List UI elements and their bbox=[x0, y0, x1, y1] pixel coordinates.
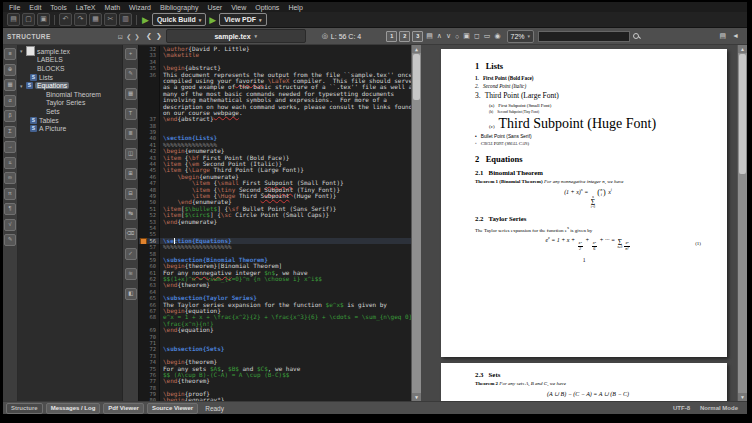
pdf-search-input[interactable] bbox=[538, 31, 630, 42]
structure-header-icon-2[interactable]: ❮ bbox=[126, 33, 131, 40]
toolbar-paste-icon[interactable]: ▥ bbox=[119, 13, 132, 26]
page-up-icon[interactable]: ∧ bbox=[437, 32, 442, 40]
editor-strip-icon-5[interactable]: ≣ bbox=[125, 128, 137, 140]
editor-strip-icon-3[interactable]: ▦ bbox=[125, 88, 137, 100]
page-layout-single-icon[interactable]: 1 bbox=[386, 31, 397, 42]
side-panel-icon-7[interactable]: → bbox=[4, 141, 16, 153]
structure-item-tables[interactable]: STables bbox=[18, 116, 122, 125]
side-panel-icon-12[interactable]: √ bbox=[4, 219, 16, 231]
structure-header-icon-1[interactable]: ⊡ bbox=[118, 33, 123, 40]
encoding-indicator[interactable]: UTF-8 bbox=[673, 405, 690, 411]
statusbar-tab-messages-log[interactable]: Messages / Log bbox=[46, 403, 101, 414]
side-panel-icon-11[interactable]: ¶ bbox=[4, 203, 16, 215]
fit-page-icon[interactable]: ▣ bbox=[463, 32, 470, 40]
presentation-icon[interactable]: ◉ bbox=[494, 32, 500, 40]
toolbar-redo-icon[interactable]: ↷ bbox=[74, 13, 87, 26]
structure-item-sets[interactable]: Sets bbox=[18, 107, 122, 116]
side-panel-icon-5[interactable]: β bbox=[4, 110, 16, 122]
external-viewer-icon[interactable]: ◄ bbox=[732, 32, 739, 40]
editor-strip-icon-10[interactable]: ⌫ bbox=[125, 228, 137, 240]
pdf-scrollbar-thumb[interactable] bbox=[739, 54, 746, 174]
print-icon[interactable]: ▤ bbox=[719, 32, 726, 40]
editor-strip-icon-11[interactable]: ✓ bbox=[125, 248, 137, 260]
page-down-icon[interactable]: ∨ bbox=[446, 32, 451, 40]
scroll-down-icon[interactable]: ▼ bbox=[738, 393, 747, 401]
editor-strip-icon-7[interactable]: ⊞ bbox=[125, 168, 137, 180]
pdf-page-2[interactable]: 2.3 Sets Theorem 2 For any sets A, B and… bbox=[441, 363, 727, 401]
statusbar-tab-pdf-viewer[interactable]: Pdf Viewer bbox=[103, 403, 144, 414]
mode-indicator[interactable]: Normal Mode bbox=[700, 405, 738, 411]
nav-forward-icon[interactable]: ❯ bbox=[156, 32, 162, 40]
side-panel-icon-9[interactable]: ∞ bbox=[4, 172, 16, 184]
page-layout-grid-icon[interactable]: 3 bbox=[412, 31, 423, 42]
structure-item-equations[interactable]: ▾SEquations bbox=[18, 81, 122, 90]
pdf-scrollbar[interactable]: ▲ ▼ bbox=[737, 45, 747, 401]
statusbar-tab-structure[interactable]: Structure bbox=[6, 403, 43, 414]
structure-item-lists[interactable]: SLists bbox=[18, 73, 122, 82]
view-pdf-button[interactable]: View PDF ▾ bbox=[219, 13, 266, 26]
structure-item-a-picture[interactable]: SA Picture bbox=[18, 124, 122, 133]
statusbar-tab-source-viewer[interactable]: Source Viewer bbox=[147, 403, 198, 414]
editor-strip-icon-12[interactable]: ≋ bbox=[125, 268, 137, 280]
structure-item-labels[interactable]: LABELS bbox=[18, 56, 122, 65]
menu-math[interactable]: Math bbox=[105, 4, 121, 11]
menu-file[interactable]: File bbox=[9, 4, 20, 11]
side-panel-icon-4[interactable]: α bbox=[4, 95, 16, 107]
toolbar-save-icon[interactable]: ▣ bbox=[37, 13, 50, 26]
editor-strip-icon-13[interactable]: ◧ bbox=[125, 288, 137, 300]
side-panel-icon-6[interactable]: Σ bbox=[4, 126, 16, 138]
editor-scrollbar-thumb[interactable] bbox=[413, 54, 420, 100]
menu-options[interactable]: Options bbox=[255, 4, 279, 11]
menu-user[interactable]: User bbox=[207, 4, 222, 11]
side-panel-icon-8[interactable]: ≤ bbox=[4, 157, 16, 169]
scroll-up-icon[interactable]: ▲ bbox=[412, 45, 421, 53]
menu-latex[interactable]: LaTeX bbox=[76, 4, 96, 11]
page-layout-facing-icon[interactable]: 2 bbox=[399, 31, 410, 42]
structure-item-taylor-series[interactable]: Taylor Series bbox=[18, 99, 122, 108]
toolbar-open-folder-icon[interactable]: ▢ bbox=[22, 13, 35, 26]
toolbar-cut-icon[interactable]: ✂ bbox=[104, 13, 117, 26]
nav-back-icon[interactable]: ❮ bbox=[146, 32, 152, 40]
quick-build-run-icon[interactable]: ▶ bbox=[142, 15, 149, 25]
structure-item-binomial-theorem[interactable]: Binomial Theorem bbox=[18, 90, 122, 99]
editor-strip-icon-8[interactable]: ⊟ bbox=[125, 188, 137, 200]
editor-strip-icon-6[interactable]: ◫ bbox=[125, 148, 137, 160]
toolbar-new-file-icon[interactable]: ▤ bbox=[7, 13, 20, 26]
menu-tools[interactable]: Tools bbox=[50, 4, 66, 11]
menu-edit[interactable]: Edit bbox=[29, 4, 41, 11]
menu-help[interactable]: Help bbox=[288, 4, 302, 11]
side-panel-icon-3[interactable]: ▦ bbox=[4, 79, 16, 91]
scroll-up-icon[interactable]: ▲ bbox=[738, 45, 747, 53]
view-pdf-run-icon[interactable]: ▶ bbox=[209, 15, 216, 25]
pdf-zoom-selector[interactable]: 72% ▾ bbox=[507, 30, 535, 43]
editor-strip-icon-4[interactable]: T bbox=[125, 108, 137, 120]
menu-view[interactable]: View bbox=[231, 4, 246, 11]
side-panel-icon-2[interactable]: ⊕ bbox=[4, 64, 16, 76]
menu-wizard[interactable]: Wizard bbox=[129, 4, 151, 11]
side-panel-icon-10[interactable]: π bbox=[4, 188, 16, 200]
original-size-icon[interactable]: ○ bbox=[455, 33, 459, 40]
structure-item-blocks[interactable]: BLOCKS bbox=[18, 64, 122, 73]
menu-bibliography[interactable]: Bibliography bbox=[160, 4, 199, 11]
book-view-icon[interactable]: ▤ bbox=[426, 32, 433, 40]
side-panel-icon-13[interactable]: ✎ bbox=[4, 234, 16, 246]
open-file-selector[interactable]: sample.tex ▾ bbox=[166, 29, 306, 43]
structure-item-sample-tex[interactable]: ▾sample.tex bbox=[18, 47, 122, 56]
toolbar-copy-icon[interactable]: ▦ bbox=[89, 13, 102, 26]
editor-strip-icon-1[interactable]: + bbox=[125, 48, 137, 60]
side-panel-icon-1[interactable]: ≡ bbox=[4, 48, 16, 60]
quick-build-button[interactable]: Quick Build ▾ bbox=[152, 13, 206, 26]
line-number[interactable]: 80 bbox=[139, 397, 160, 401]
editor-strip-icon-9[interactable]: ↹ bbox=[125, 208, 137, 220]
fit-window-icon[interactable]: ▭ bbox=[484, 32, 491, 40]
toolbar-undo-icon[interactable]: ↶ bbox=[59, 13, 72, 26]
pdf-page-1[interactable]: 1 Lists 1.First Point (Bold Face)2.Secon… bbox=[441, 49, 727, 357]
editor-scrollbar[interactable]: ▲ ▼ bbox=[411, 45, 421, 401]
fit-width-icon[interactable]: ◻ bbox=[474, 32, 480, 40]
editor-code-area[interactable]: 32\author{David P. Little}33\maketitle34… bbox=[139, 45, 411, 401]
editor-pane[interactable]: 32\author{David P. Little}33\maketitle34… bbox=[139, 45, 421, 401]
search-icon[interactable] bbox=[633, 33, 640, 40]
editor-strip-icon-2[interactable]: ✎ bbox=[125, 68, 137, 80]
structure-header-icon-3[interactable]: ❯ bbox=[135, 33, 140, 40]
scroll-down-icon[interactable]: ▼ bbox=[412, 393, 421, 401]
